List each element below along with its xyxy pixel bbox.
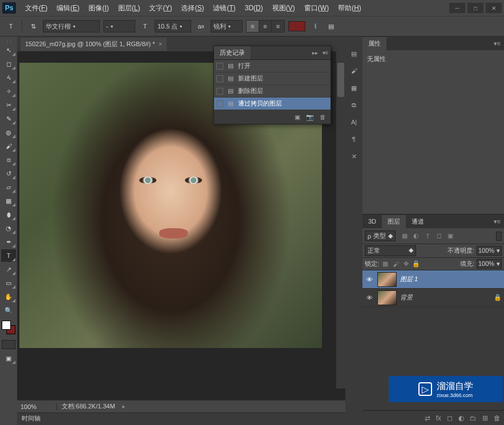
tab-3d[interactable]: 3D (362, 216, 382, 227)
color-swatches[interactable] (2, 321, 15, 334)
text-color-swatch[interactable] (288, 21, 305, 31)
properties-tab[interactable]: 属性 (362, 37, 386, 50)
tab-layers[interactable]: 图层 (382, 215, 406, 228)
filter-smart-icon[interactable]: ▣ (446, 232, 455, 241)
clone-stamp-tool[interactable]: ⧈ (1, 153, 16, 166)
foreground-color[interactable] (2, 321, 11, 330)
layer-thumbnail[interactable] (377, 290, 397, 305)
filter-type-icon[interactable]: T (423, 232, 432, 241)
group-icon[interactable]: 🗀 (470, 414, 477, 422)
history-collapse-icon[interactable]: ▸▸ (310, 50, 320, 56)
dock-clone-icon[interactable]: ⧉ (348, 99, 360, 111)
dock-paragraph-icon[interactable]: ¶ (348, 133, 360, 145)
align-left-button[interactable]: ≡ (247, 21, 259, 32)
dodge-tool[interactable]: ◔ (1, 222, 16, 234)
lock-paint-icon[interactable]: 🖌 (392, 260, 400, 268)
layer-fx-icon[interactable]: fx (436, 414, 441, 422)
history-brush-tool[interactable]: ↺ (1, 167, 16, 180)
close-tab-icon[interactable]: × (159, 41, 162, 47)
menu-select[interactable]: 选择(S) (176, 1, 208, 15)
document-tab[interactable]: 150226_m07g.jpg @ 100% (图层 1, RGB/8#) * … (21, 38, 167, 51)
dock-tools-icon[interactable]: ✕ (348, 151, 360, 162)
history-item[interactable]: ▤ 通过拷贝的图层 (214, 98, 330, 110)
layer-name[interactable]: 图层 1 (400, 275, 418, 284)
filter-kind-select[interactable]: ρ 类型 ◆ (365, 230, 396, 241)
font-size-select[interactable]: 10.5 点▾ (155, 20, 191, 33)
new-layer-icon[interactable]: ⊞ (482, 414, 488, 422)
font-family-select[interactable]: 华文行楷▾ (43, 20, 100, 33)
menu-file[interactable]: 文件(F) (21, 1, 52, 15)
history-new-doc-icon[interactable]: ▣ (295, 114, 300, 121)
maximize-button[interactable]: □ (467, 3, 483, 13)
menu-edit[interactable]: 编辑(E) (52, 1, 84, 15)
menu-filter[interactable]: 滤镜(T) (208, 1, 240, 15)
menu-type[interactable]: 文字(Y) (144, 1, 176, 15)
lock-all-icon[interactable]: 🔒 (412, 260, 420, 268)
menu-layer[interactable]: 图层(L) (114, 1, 145, 15)
history-item[interactable]: ▤ 删除图层 (214, 85, 330, 98)
properties-menu-icon[interactable]: ▾≡ (490, 40, 504, 47)
history-item[interactable]: ▤ 打开 (214, 60, 330, 72)
shape-tool[interactable]: ▭ (1, 277, 16, 289)
history-menu-icon[interactable]: ▾≡ (320, 50, 330, 56)
marquee-tool[interactable]: ◻ (1, 58, 16, 70)
layer-mask-icon[interactable]: ◻ (447, 414, 453, 422)
antialias-select[interactable]: 锐利▾ (211, 20, 243, 33)
character-panel-icon[interactable]: ▤ (325, 20, 337, 33)
align-center-button[interactable]: ≡ (259, 21, 272, 32)
layer-row[interactable]: 👁 背景 🔒 (362, 289, 504, 307)
layer-thumbnail[interactable] (377, 272, 397, 287)
menu-3d[interactable]: 3D(D) (240, 2, 268, 14)
fill-input[interactable]: 100%▾ (477, 259, 502, 269)
history-delete-icon[interactable]: 🗑 (320, 114, 326, 120)
type-tool[interactable]: T (1, 249, 16, 262)
type-tool-preset-icon[interactable]: T (5, 20, 17, 33)
lock-position-icon[interactable]: ✥ (402, 260, 410, 268)
menu-image[interactable]: 图像(I) (84, 1, 113, 15)
crop-tool[interactable]: ✂ (1, 99, 16, 111)
move-tool[interactable]: ↖ (1, 44, 16, 56)
warp-text-icon[interactable]: ⌇ (309, 20, 321, 33)
hand-tool[interactable]: ✋ (1, 290, 16, 303)
lasso-tool[interactable]: ᔦ (1, 71, 16, 84)
text-orientation-icon[interactable]: ⇅ (27, 20, 39, 33)
blend-mode-select[interactable]: 正常◆ (365, 245, 416, 256)
minimize-button[interactable]: ─ (449, 3, 465, 13)
gradient-tool[interactable]: ▦ (1, 195, 16, 207)
link-layers-icon[interactable]: ⇄ (425, 414, 430, 422)
quickmask-buttons[interactable] (2, 340, 15, 349)
lock-transparent-icon[interactable]: ▩ (381, 260, 389, 268)
font-style-select[interactable]: -▾ (103, 20, 135, 33)
menu-view[interactable]: 视图(V) (268, 1, 300, 15)
dock-character-icon[interactable]: A| (348, 116, 360, 128)
align-right-button[interactable]: ≡ (272, 21, 284, 32)
status-arrow-icon[interactable]: ▸ (122, 403, 126, 410)
brush-tool[interactable]: 🖌 (1, 140, 16, 152)
menu-window[interactable]: 窗口(W) (300, 1, 333, 15)
timeline-panel-tab[interactable]: 时间轴 (17, 412, 345, 425)
layer-name[interactable]: 背景 (400, 293, 413, 302)
layer-row[interactable]: 👁 图层 1 (362, 270, 504, 289)
vertical-scrollbar[interactable] (336, 51, 345, 388)
adjustment-layer-icon[interactable]: ◐ (458, 414, 464, 422)
pen-tool[interactable]: ✒ (1, 236, 16, 248)
history-snapshot-icon[interactable]: 📷 (306, 114, 314, 121)
filter-adjust-icon[interactable]: ◐ (412, 232, 421, 241)
menu-help[interactable]: 帮助(H) (333, 1, 366, 15)
dock-brushpresets-icon[interactable]: ▦ (348, 82, 360, 94)
path-selection-tool[interactable]: ↗ (1, 263, 16, 276)
filter-shape-icon[interactable]: ◻ (434, 232, 443, 241)
history-tab[interactable]: 历史记录 (214, 46, 251, 59)
zoom-level[interactable]: 100% (17, 403, 57, 410)
tab-channels[interactable]: 通道 (406, 215, 430, 228)
eraser-tool[interactable]: ▱ (1, 181, 16, 193)
magic-wand-tool[interactable]: ✧ (1, 85, 16, 98)
layers-menu-icon[interactable]: ▾≡ (490, 218, 504, 225)
zoom-tool[interactable]: 🔍 (1, 304, 16, 317)
history-item[interactable]: ▤ 新建图层 (214, 72, 330, 85)
screen-mode-button[interactable]: ▣ (1, 352, 16, 365)
delete-layer-icon[interactable]: 🗑 (494, 414, 501, 422)
healing-brush-tool[interactable]: ◍ (1, 126, 16, 139)
dock-brush-icon[interactable]: 🖌 (348, 65, 360, 76)
close-window-button[interactable]: ✕ (486, 3, 502, 13)
